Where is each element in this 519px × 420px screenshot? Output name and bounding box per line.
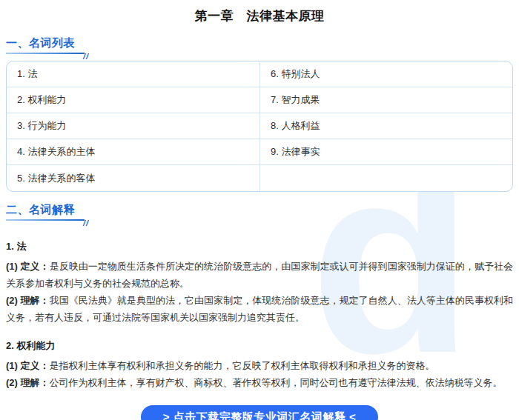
term-title: 2. 权利能力	[6, 339, 513, 353]
term-note: (2) 理解：我国《民法典》就是典型的法，它由国家制定，体现统治阶级意志，规定了…	[6, 292, 513, 326]
section2-heading: 二、名词解释	[6, 203, 102, 217]
section1-heading: 一、名词列表	[6, 36, 102, 50]
section2-underline: //	[6, 219, 85, 221]
footer: > 点击下载完整版专业词汇名词解释 <	[6, 405, 513, 420]
table-cell: 5. 法律关系的客体	[7, 165, 260, 191]
page-content: 第一章 法律基本原理 一、名词列表 // 1. 法 2. 权利能力 3. 行为能…	[0, 0, 519, 420]
section1-heading-block: 一、名词列表 //	[6, 36, 102, 54]
section2-heading-block: 二、名词解释 //	[6, 203, 102, 221]
term-entry: 2. 权利能力 (1) 定义：是指权利主体享有权利和承担义务的能力，它反映了权利…	[6, 339, 513, 391]
definition-text: 是指权利主体享有权利和承担义务的能力，它反映了权利主体取得权利和承担义务的资格。	[50, 360, 435, 371]
table-cell: 1. 法	[7, 61, 260, 87]
note-text: 我国《民法典》就是典型的法，它由国家制定，体现统治阶级意志，规定了自然人、法人等…	[6, 295, 513, 323]
table-cell: 6. 特别法人	[260, 61, 512, 87]
table-cell: 8. 人格利益	[260, 113, 512, 139]
slashes-decoration-icon: //	[83, 219, 89, 227]
term-note: (2) 理解：公司作为权利主体，享有财产权、商标权、著作权等权利，同时公司也有遵…	[6, 374, 513, 391]
slashes-decoration-icon: //	[83, 52, 89, 61]
table-cell	[260, 165, 512, 191]
section1-underline: //	[6, 53, 85, 54]
term-title: 1. 法	[6, 240, 513, 253]
table-cell: 9. 法律事实	[260, 139, 512, 165]
note-label: (2) 理解：	[6, 295, 50, 306]
term-entry: 1. 法 (1) 定义：是反映由一定物质生活条件所决定的统治阶级意志的，由国家制…	[6, 240, 513, 326]
term-definition: (1) 定义：是反映由一定物质生活条件所决定的统治阶级意志的，由国家制定或认可并…	[6, 258, 513, 292]
definition-label: (1) 定义：	[6, 360, 50, 371]
term-definition: (1) 定义：是指权利主体享有权利和承担义务的能力，它反映了权利主体取得权利和承…	[6, 357, 513, 374]
definition-label: (1) 定义：	[6, 261, 50, 272]
note-label: (2) 理解：	[6, 377, 50, 388]
page-title: 第一章 法律基本原理	[6, 0, 513, 24]
note-text: 公司作为权利主体，享有财产权、商标权、著作权等权利，同时公司也有遵守法律法规、依…	[50, 377, 503, 388]
table-cell: 4. 法律关系的主体	[7, 139, 260, 165]
definition-text: 是反映由一定物质生活条件所决定的统治阶级意志的，由国家制定或认可并得到国家强制力…	[6, 261, 513, 289]
table-cell: 2. 权利能力	[7, 87, 260, 113]
download-button[interactable]: > 点击下载完整版专业词汇名词解释 <	[141, 405, 378, 420]
terms-table: 1. 法 2. 权利能力 3. 行为能力 4. 法律关系的主体 5. 法律关系的…	[6, 61, 513, 192]
table-cell: 7. 智力成果	[260, 87, 512, 113]
table-cell: 3. 行为能力	[7, 113, 260, 139]
